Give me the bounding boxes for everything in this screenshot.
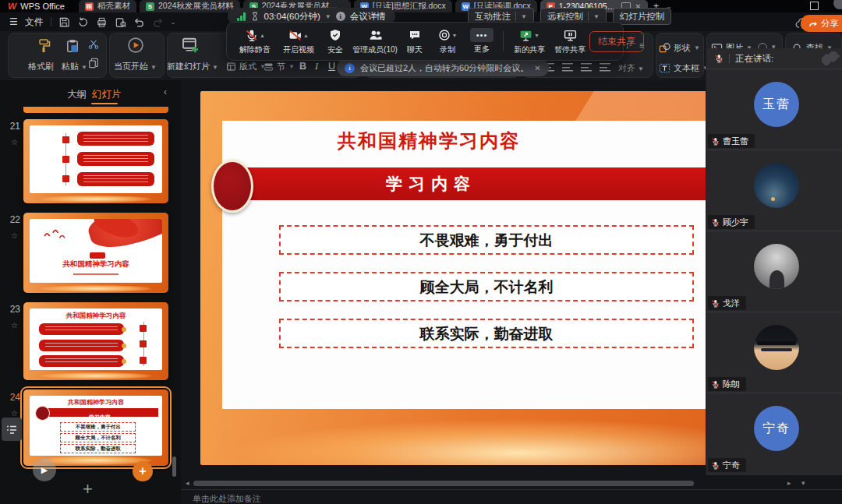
participant-label: 宁奇 <box>708 458 746 472</box>
align-button[interactable]: 对齐 ▼ <box>618 62 644 74</box>
play-from-current-button[interactable]: 当页开始 ▼ <box>114 61 157 72</box>
slide-control-button[interactable]: 幻灯片控制 <box>613 8 672 25</box>
notes-expand-icon[interactable]: ▾ <box>801 479 805 487</box>
tab-sheet-autumn[interactable]: S 2024秋发展党员材料 <box>140 0 240 12</box>
camera-muted-icon <box>288 29 302 42</box>
undo-icon[interactable] <box>133 16 145 28</box>
play-from-current-icon[interactable] <box>127 37 144 54</box>
participant-label: 陈朗 <box>708 377 746 391</box>
toast-close-icon[interactable]: ✕ <box>534 64 540 72</box>
slide-bullet-box[interactable]: 不畏艰难，勇于付出 <box>279 225 694 255</box>
maximize-icon[interactable] <box>810 2 819 10</box>
print-preview-icon[interactable] <box>115 16 126 28</box>
share-options-caret-icon[interactable]: ▼ <box>534 33 540 38</box>
star-icon[interactable]: ☆ <box>11 409 18 418</box>
tab-docer[interactable]: 稻 稻壳素材 <box>79 0 136 12</box>
participant-tile[interactable]: 宁奇 宁奇 <box>706 393 842 474</box>
section-icon <box>264 62 274 72</box>
more-button[interactable]: ••• 更多 <box>465 28 498 55</box>
timer-caret-icon[interactable]: ▼ <box>325 13 331 20</box>
file-menu[interactable]: 文件 <box>25 16 44 29</box>
copy-icon[interactable] <box>88 58 99 69</box>
record-button[interactable]: ▼ 录制 <box>430 27 465 55</box>
pause-share-button[interactable]: 暂停共享 <box>550 27 589 55</box>
tab-outline[interactable]: 大纲 <box>67 88 87 101</box>
paste-icon[interactable] <box>65 37 80 55</box>
format-painter-button[interactable]: 格式刷 <box>28 61 54 72</box>
horizontal-scrollbar[interactable] <box>193 481 694 486</box>
section-button[interactable]: 节 ▼ <box>264 61 295 72</box>
participant-label: 顾少宇 <box>708 215 755 229</box>
slide-20-thumbnail-edge[interactable] <box>23 107 168 113</box>
cut-icon[interactable] <box>88 39 99 50</box>
export-icon[interactable] <box>77 16 89 28</box>
new-slide-button[interactable]: 新建幻灯片 ▼ <box>167 61 218 72</box>
caret-down-icon[interactable]: ▼ <box>521 13 527 20</box>
scroll-right-icon[interactable]: ▸ <box>787 479 791 487</box>
add-slide-button[interactable]: + <box>83 479 93 499</box>
customize-caret-icon[interactable]: ⌄ <box>171 19 176 26</box>
meeting-details-link[interactable]: 会议详情 <box>350 11 386 23</box>
new-share-button[interactable]: ▼ 新的共享 <box>508 27 550 55</box>
mic-options-caret-icon[interactable]: ▲ <box>260 33 265 38</box>
sidebar-scrollbar[interactable] <box>172 456 176 477</box>
tab-slides[interactable]: 幻灯片 <box>92 88 122 101</box>
slide-23-thumbnail[interactable]: 共和国精神学习内容 <box>23 302 168 380</box>
numbered-list-icon[interactable] <box>581 63 592 72</box>
mic-muted-icon <box>711 299 720 308</box>
textbox-button[interactable]: 文本框 ▼ <box>659 62 709 74</box>
notes-placeholder[interactable]: 单击此处添加备注 <box>193 493 261 504</box>
paste-button[interactable]: 粘贴 ▼ <box>62 61 87 72</box>
line-spacing-icon[interactable] <box>600 63 610 72</box>
participant-tile[interactable]: 陈朗 <box>706 312 842 393</box>
slide-bullet-box[interactable]: 联系实际，勤奋进取 <box>279 319 694 348</box>
end-share-button[interactable]: 结束共享 <box>589 31 644 52</box>
participant-tile[interactable]: 顾少宇 <box>706 150 842 231</box>
outline-toggle-button[interactable] <box>2 418 22 441</box>
star-icon[interactable]: ☆ <box>11 231 18 240</box>
account-avatar[interactable] <box>833 0 842 9</box>
record-icon <box>438 29 451 41</box>
bullet-list-icon[interactable] <box>562 63 573 72</box>
format-painter-icon[interactable] <box>36 37 51 55</box>
video-options-caret-icon[interactable]: ▲ <box>303 33 309 38</box>
unmute-button[interactable]: ▲ 解除静音 <box>233 27 277 55</box>
underline-button[interactable]: U <box>328 61 335 72</box>
signal-icon <box>237 12 246 21</box>
scroll-left-icon[interactable]: ◂ <box>186 479 189 487</box>
menu-icon[interactable]: ☰ <box>9 16 18 27</box>
redo-icon[interactable] <box>152 16 164 28</box>
participant-tile[interactable]: 玉蕾 曹玉蕾 <box>706 69 842 150</box>
divider <box>503 31 504 51</box>
print-icon[interactable] <box>96 16 108 28</box>
security-button[interactable]: 安全 <box>320 27 350 55</box>
save-icon[interactable] <box>58 16 70 28</box>
shield-icon <box>329 29 341 41</box>
participant-tile[interactable]: 戈洋 <box>706 231 842 312</box>
avatar <box>754 163 799 208</box>
participants-header: 正在讲话: <box>706 48 842 69</box>
caret-down-icon[interactable]: ▼ <box>593 13 600 20</box>
collapse-panel-icon[interactable]: ‹ <box>164 86 167 97</box>
star-icon[interactable]: ☆ <box>11 138 18 146</box>
quick-add-slide-button[interactable]: + <box>133 461 153 481</box>
italic-button[interactable]: I <box>315 61 318 72</box>
star-icon[interactable]: ☆ <box>11 321 18 330</box>
slide-21-thumbnail[interactable] <box>23 119 168 203</box>
slide-22-thumbnail[interactable]: 共和国精神学习内容 <box>23 213 168 293</box>
slide-bullet-box[interactable]: 顾全大局，不计名利 <box>279 272 694 301</box>
share-button[interactable]: 分享 <box>801 15 842 32</box>
new-slide-icon[interactable] <box>181 36 200 55</box>
play-slide-button[interactable]: ▶ <box>33 458 56 481</box>
slide-24-thumbnail-selected[interactable]: 共和国精神学习内容 学习内容 不畏艰难，勇于付出 顾全大局，不计名利 联系实际，… <box>23 389 168 466</box>
start-video-button[interactable]: ▲ 开启视频 <box>277 27 320 55</box>
shapes-button[interactable]: 形状 ▼ <box>659 42 700 54</box>
manage-members-button[interactable]: 管理成员(10) <box>350 27 400 55</box>
record-options-caret-icon[interactable]: ▼ <box>452 33 458 38</box>
slide-title[interactable]: 共和国精神学习内容 <box>200 129 657 153</box>
meeting-timer: 03:04(60分钟) <box>264 11 320 23</box>
chat-button[interactable]: 聊天 <box>400 27 430 55</box>
bold-button[interactable]: B <box>299 61 306 72</box>
layout-button[interactable]: 版式 ▼ <box>226 61 266 72</box>
meeting-toolbar: ▲ 解除静音 ▲ 开启视频 安全 管理成员(10) 聊天 ▼ 录制 ••• 更多 <box>226 22 624 61</box>
